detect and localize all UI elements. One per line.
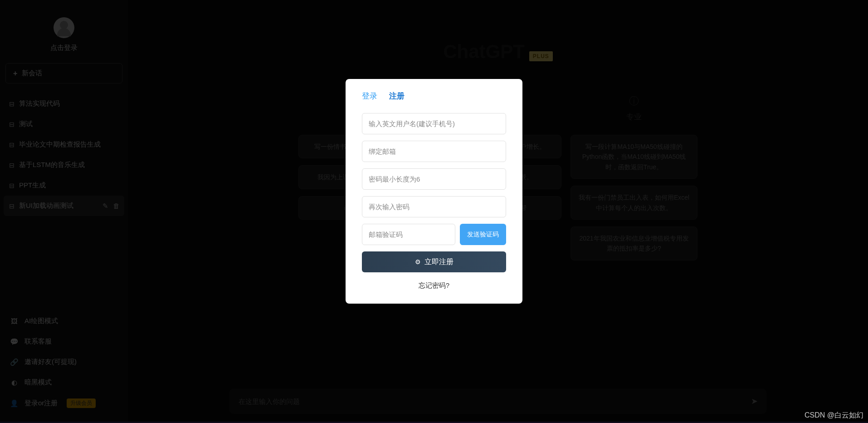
verification-row: 发送验证码 bbox=[362, 224, 506, 245]
gear-icon: ⚙ bbox=[415, 258, 421, 266]
tab-login[interactable]: 登录 bbox=[362, 91, 377, 102]
password-confirm-field[interactable] bbox=[362, 196, 506, 217]
tab-register[interactable]: 注册 bbox=[389, 91, 405, 102]
send-code-button[interactable]: 发送验证码 bbox=[460, 224, 506, 245]
password-field[interactable] bbox=[362, 168, 506, 190]
verification-code-field[interactable] bbox=[362, 224, 455, 245]
register-modal: 登录 注册 发送验证码 ⚙ 立即注册 忘记密码? bbox=[346, 79, 522, 304]
email-field[interactable] bbox=[362, 141, 506, 162]
watermark: CSDN @白云如幻 bbox=[805, 411, 863, 420]
forgot-password-link[interactable]: 忘记密码? bbox=[362, 281, 506, 290]
username-field[interactable] bbox=[362, 113, 506, 134]
auth-tabs: 登录 注册 bbox=[362, 91, 506, 102]
register-submit-button[interactable]: ⚙ 立即注册 bbox=[362, 251, 506, 272]
submit-label: 立即注册 bbox=[424, 257, 454, 267]
